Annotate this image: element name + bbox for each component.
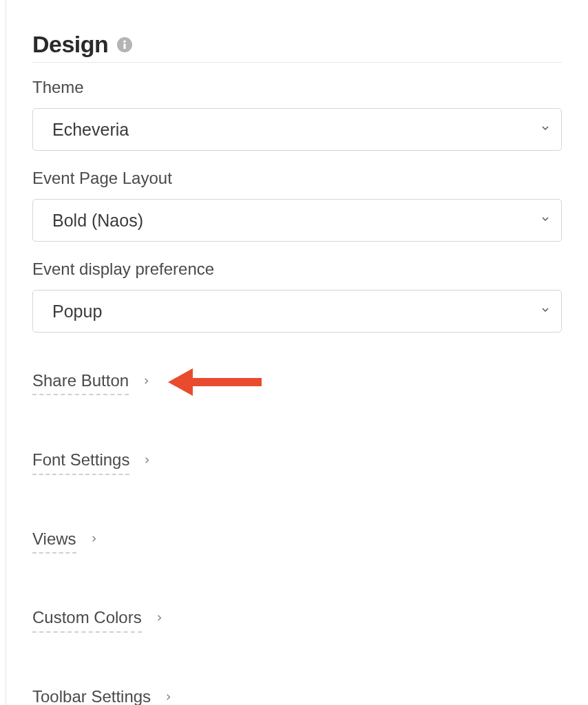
expand-item-toolbar-settings[interactable]: Toolbar Settings [32,685,562,705]
design-panel: Design Theme Echeveria Event Page Layout [6,0,588,705]
expand-label: Views [32,527,76,554]
arrow-head-icon [168,368,193,396]
expand-item-font-settings[interactable]: Font Settings [32,448,562,475]
divider [32,62,562,63]
expand-item-share-button[interactable]: Share Button [32,368,562,396]
event-display-preference-label: Event display preference [32,260,562,279]
arrow-shaft [193,378,262,386]
chevron-right-icon [154,613,165,626]
theme-field-group: Theme Echeveria [32,78,562,151]
svg-point-1 [124,40,127,43]
expand-label: Share Button [32,369,129,396]
chevron-right-icon [89,534,99,547]
expand-label: Custom Colors [32,606,142,633]
event-page-layout-select[interactable]: Bold (Naos) [32,199,562,242]
theme-select[interactable]: Echeveria [32,108,562,151]
theme-label: Theme [32,78,562,97]
event-page-layout-field-group: Event Page Layout Bold (Naos) [32,169,562,242]
event-display-preference-select-wrapper: Popup [32,290,562,333]
svg-rect-2 [124,43,126,49]
expand-list: Share Button Font Settings Views [32,350,562,705]
info-icon[interactable] [116,36,133,53]
chevron-right-icon [163,692,174,705]
theme-select-wrapper: Echeveria [32,108,562,151]
chevron-right-icon [141,376,151,389]
expand-item-custom-colors[interactable]: Custom Colors [32,606,562,633]
arrow-annotation [168,368,262,396]
event-page-layout-select-wrapper: Bold (Naos) [32,199,562,242]
event-display-preference-select[interactable]: Popup [32,290,562,333]
chevron-right-icon [142,455,152,468]
expand-label: Font Settings [32,448,129,475]
expand-item-views[interactable]: Views [32,527,562,554]
section-title: Design [32,31,108,58]
section-header: Design [32,31,562,58]
event-page-layout-label: Event Page Layout [32,169,562,188]
event-display-preference-field-group: Event display preference Popup [32,260,562,333]
expand-label: Toolbar Settings [32,685,151,705]
